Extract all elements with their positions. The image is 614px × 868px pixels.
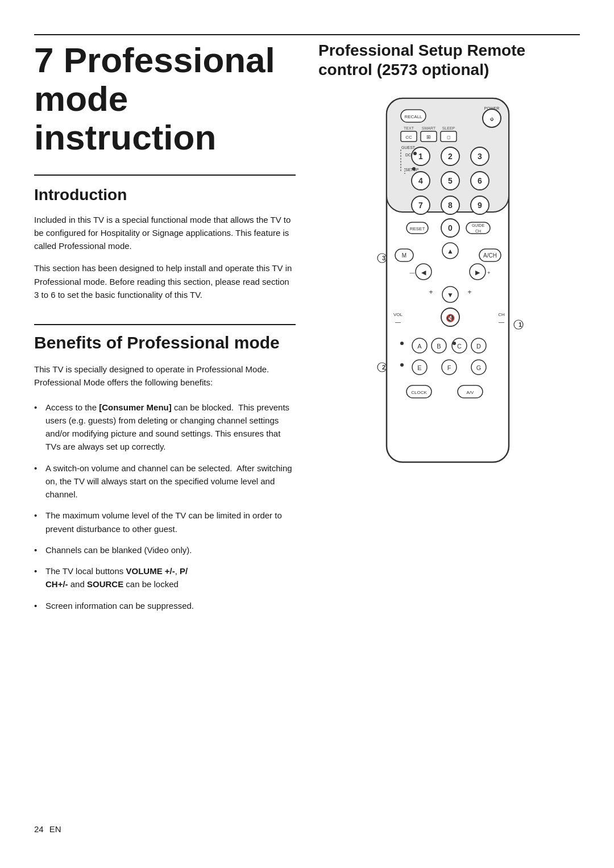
- svg-text:7: 7: [418, 201, 423, 210]
- svg-text:⊞: ⊞: [426, 134, 431, 140]
- m-label: M: [402, 252, 406, 259]
- list-item: The TV local buttons VOLUME +/-, P/CH+/-…: [34, 564, 296, 591]
- svg-text:4: 4: [418, 176, 423, 185]
- svg-text:9: 9: [478, 201, 482, 210]
- ach-label: A/CH: [483, 252, 497, 259]
- svg-text:◀: ◀: [421, 269, 426, 276]
- svg-text:▼: ▼: [447, 291, 454, 299]
- sleep-label: SLEEP: [442, 126, 455, 130]
- svg-text:0: 0: [448, 223, 453, 232]
- svg-text:—: —: [395, 319, 401, 325]
- reset-label: RESET: [410, 226, 425, 231]
- intro-para2: This section has been designed to help i…: [34, 261, 296, 301]
- intro-para1: Included in this TV is a special functio…: [34, 213, 296, 253]
- svg-text:8: 8: [448, 201, 453, 210]
- c-btn: C: [457, 343, 462, 350]
- remote-control: ⏻ POWER RECALL CC TEXT ⊞ SMART: [370, 93, 529, 481]
- right-column: Professional Setup Remote control (2573 …: [318, 35, 580, 620]
- guest-label: GUEST: [401, 146, 416, 149]
- svg-text:⏻: ⏻: [490, 117, 494, 121]
- av-label: A/V: [467, 390, 475, 395]
- svg-text:+: +: [429, 288, 433, 296]
- list-item: A switch-on volume and channel can be se…: [34, 462, 296, 501]
- recall-label: RECALL: [404, 114, 422, 119]
- svg-text:5: 5: [448, 176, 453, 185]
- benefits-intro: This TV is specially designed to operate…: [34, 363, 296, 389]
- text-label: TEXT: [404, 126, 414, 130]
- svg-text:1: 1: [418, 152, 423, 161]
- benefits-section: Benefits of Professional mode This TV is…: [34, 324, 296, 612]
- e-btn: E: [417, 364, 421, 371]
- list-item: Screen information can be suppressed.: [34, 599, 296, 612]
- svg-text:6: 6: [478, 176, 482, 185]
- intro-heading: Introduction: [34, 186, 296, 204]
- list-item: Access to the [Consumer Menu] can be blo…: [34, 401, 296, 454]
- cc-label: CC: [405, 135, 412, 140]
- chapter-title: 7 Professionalmodeinstruction: [34, 41, 296, 157]
- svg-text:+: +: [467, 288, 471, 296]
- svg-text:+: +: [487, 270, 490, 276]
- page-footer: 24 EN: [34, 807, 580, 834]
- ch-bold: CH+/-: [45, 579, 68, 589]
- svg-point-64: [413, 152, 417, 155]
- clock-label: CLOCK: [411, 390, 427, 395]
- svg-text:◻: ◻: [447, 135, 451, 140]
- svg-point-66: [400, 363, 404, 367]
- setup-label: SETUP: [405, 168, 419, 172]
- smart-label: SMART: [422, 126, 436, 130]
- d-btn: D: [476, 343, 481, 350]
- volume-bold: VOLUME +/-: [126, 566, 175, 576]
- annotation-3: 3: [382, 255, 385, 261]
- svg-point-67: [400, 342, 404, 345]
- g-btn: G: [476, 364, 482, 371]
- svg-text:▶: ▶: [475, 269, 480, 276]
- svg-text:3: 3: [478, 152, 482, 161]
- svg-point-68: [453, 342, 456, 345]
- benefits-list: Access to the [Consumer Menu] can be blo…: [34, 401, 296, 612]
- left-column: 7 Professionalmodeinstruction Introducti…: [34, 35, 296, 620]
- svg-text:🔇: 🔇: [446, 313, 455, 323]
- intro-rule: [34, 175, 296, 176]
- content-wrapper: 7 Professionalmodeinstruction Introducti…: [34, 35, 580, 620]
- svg-text:—: —: [499, 319, 504, 325]
- guide-label: GUIDE: [472, 223, 485, 227]
- source-bold: SOURCE: [87, 579, 123, 589]
- remote-svg: ⏻ POWER RECALL CC TEXT ⊞ SMART: [370, 93, 529, 479]
- annotation-2: 2: [382, 364, 385, 371]
- f-btn: F: [447, 364, 451, 371]
- list-item: Channels can be blanked (Video only).: [34, 543, 296, 556]
- power-label: POWER: [484, 106, 499, 110]
- svg-point-65: [412, 167, 416, 171]
- consumer-menu-bold: [Consumer Menu]: [99, 402, 172, 412]
- ch-vol-label: CH: [498, 312, 505, 317]
- language-label: EN: [49, 824, 61, 834]
- svg-text:▲: ▲: [447, 247, 454, 255]
- annotation-1: 1: [518, 321, 522, 328]
- list-item: The maximum volume level of the TV can b…: [34, 509, 296, 535]
- ch-guide-label: CH: [475, 229, 481, 233]
- svg-text:2: 2: [448, 152, 453, 161]
- pch-bold: P/: [180, 566, 188, 576]
- b-btn: B: [437, 343, 441, 350]
- page-number: 24: [34, 824, 44, 834]
- svg-text:—: —: [410, 270, 415, 276]
- right-heading: Professional Setup Remote control (2573 …: [318, 41, 580, 79]
- vol-label: VOL: [393, 312, 403, 317]
- page: 7 Professionalmodeinstruction Introducti…: [0, 0, 614, 868]
- benefits-heading: Benefits of Professional mode: [34, 324, 296, 352]
- a-btn: A: [417, 343, 422, 350]
